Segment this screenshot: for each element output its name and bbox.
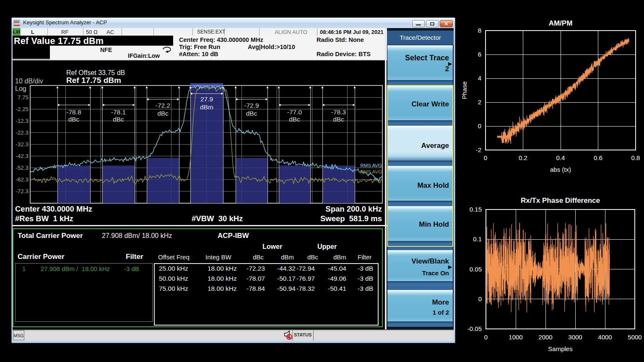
svg-text:-72.9: -72.9 — [244, 102, 259, 109]
svg-text:Sweep 581.9 ms: Sweep 581.9 ms — [320, 214, 382, 223]
svg-text:Center 430.0000 MHz: Center 430.0000 MHz — [15, 204, 92, 213]
svg-text:abs (tx): abs (tx) — [550, 166, 571, 173]
svg-text:4000: 4000 — [598, 334, 612, 341]
svg-text:-62.3: -62.3 — [16, 176, 29, 183]
svg-text:#Res BW 1 kHz: #Res BW 1 kHz — [15, 214, 73, 223]
svg-text:-2.25: -2.25 — [16, 106, 29, 112]
svg-text:0.1: 0.1 — [473, 235, 482, 243]
svg-text:5000: 5000 — [628, 334, 641, 341]
svg-text:0.6: 0.6 — [594, 154, 602, 161]
svg-text:2: 2 — [478, 98, 481, 106]
svg-text:0: 0 — [484, 154, 487, 161]
svg-text:dBc: dBc — [246, 110, 257, 117]
svg-text:dBc: dBc — [113, 116, 124, 123]
svg-text:dBc: dBc — [157, 110, 169, 117]
svg-text:0.2: 0.2 — [519, 154, 527, 161]
svg-text:-2: -2 — [476, 146, 481, 153]
svg-text:3000: 3000 — [568, 334, 582, 341]
svg-text:8: 8 — [478, 27, 481, 34]
svg-text:Ref Offset 33.75 dB: Ref Offset 33.75 dB — [66, 69, 125, 76]
svg-text:4: 4 — [478, 75, 481, 82]
svg-text:-52.3: -52.3 — [16, 165, 29, 171]
svg-text:-32.3: -32.3 — [16, 141, 29, 147]
svg-text:-12.3: -12.3 — [16, 118, 29, 124]
svg-text:27.9: 27.9 — [200, 96, 213, 103]
svg-text:0.8: 0.8 — [631, 154, 640, 161]
svg-text:0: 0 — [478, 295, 482, 303]
svg-text:-42.3: -42.3 — [16, 153, 29, 159]
svg-text:Span 200.0 kHz: Span 200.0 kHz — [325, 204, 382, 213]
svg-text:10 dB/div: 10 dB/div — [15, 78, 43, 85]
svg-text:6: 6 — [478, 51, 481, 58]
svg-text:Phase: Phase — [461, 81, 468, 99]
svg-text:2000: 2000 — [538, 334, 552, 341]
svg-text:Log: Log — [15, 85, 26, 92]
svg-text:0.15: 0.15 — [470, 206, 482, 213]
svg-text:-78.3: -78.3 — [331, 109, 346, 116]
svg-text:RMS AVG: RMS AVG — [360, 169, 382, 174]
svg-text:-72.3: -72.3 — [16, 188, 29, 194]
svg-text:Samples: Samples — [548, 345, 572, 352]
svg-text:dBc: dBc — [333, 116, 344, 123]
svg-text:-0.05: -0.05 — [467, 325, 482, 332]
svg-text:dBc: dBc — [289, 116, 300, 123]
svg-text:0.05: 0.05 — [470, 266, 482, 273]
svg-text:0: 0 — [478, 122, 481, 129]
svg-text:Rx/Tx Phase Difference: Rx/Tx Phase Difference — [521, 197, 600, 204]
svg-text:-22.3: -22.3 — [16, 129, 29, 136]
svg-text:-78.8: -78.8 — [66, 109, 81, 116]
svg-text:RMS AVG: RMS AVG — [360, 163, 382, 168]
svg-text:dBm: dBm — [200, 103, 213, 111]
svg-text:dBc: dBc — [68, 116, 80, 123]
svg-text:#VBW 30 kHz: #VBW 30 kHz — [192, 214, 243, 223]
svg-text:-78.1: -78.1 — [111, 109, 126, 116]
svg-text:0: 0 — [484, 334, 488, 341]
svg-text:7.75: 7.75 — [18, 94, 29, 101]
svg-text:0.4: 0.4 — [556, 154, 565, 161]
svg-text:-72.2: -72.2 — [156, 102, 170, 109]
svg-text:AM/PM: AM/PM — [549, 19, 573, 27]
svg-text:-77.0: -77.0 — [287, 109, 302, 116]
svg-text:Ref 17.75 dBm: Ref 17.75 dBm — [66, 76, 121, 85]
svg-text:1000: 1000 — [509, 334, 522, 341]
